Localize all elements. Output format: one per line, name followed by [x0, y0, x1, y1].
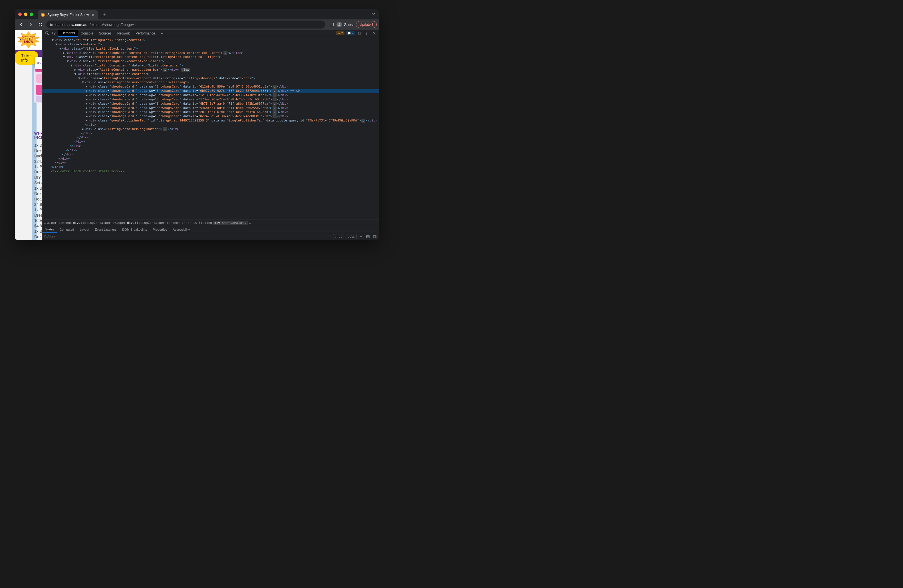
devtools-tab-elements[interactable]: Elements	[58, 30, 78, 37]
dom-node[interactable]: ▶<div class="googlePublisherTag " id="di…	[42, 119, 379, 123]
dom-node[interactable]: ▶<div class="showbagsCard " data-wg="Sho…	[42, 97, 379, 102]
devtools-menu-button[interactable]	[363, 30, 370, 36]
back-button[interactable]	[17, 20, 25, 28]
cls-toggle[interactable]: .cls	[346, 234, 357, 239]
dom-node[interactable]: </div>	[42, 148, 379, 152]
devtools-close-button[interactable]	[371, 30, 377, 36]
dom-node[interactable]: ▶<div class="listingContainer-navigation…	[42, 68, 379, 72]
svg-point-4	[372, 23, 373, 24]
dom-node[interactable]: <!--Footer Block content starts here-->	[42, 169, 379, 174]
styles-tab-layout[interactable]: Layout	[77, 226, 92, 233]
dom-node[interactable]: </div>	[42, 140, 379, 144]
crumb-overflow[interactable]: …	[249, 221, 251, 225]
dom-node[interactable]: ▶<div class="showbagsCard " data-wg="Sho…	[42, 106, 379, 110]
minimize-window-button[interactable]	[24, 13, 27, 16]
dom-node[interactable]: ▼<div class="listingContainer-content-in…	[42, 80, 379, 85]
crumb[interactable]: div.listingContainer-content-inner.is-li…	[127, 221, 212, 225]
tabs-overflow-button[interactable]	[371, 12, 376, 17]
showbags-card[interactable]: Barbie Dreamtopia $32.00 Stand Numbers: …	[32, 64, 36, 240]
dom-node[interactable]: ▼<div class="filterListingBlock-listing-…	[42, 38, 379, 42]
svg-point-5	[372, 24, 373, 25]
dom-node[interactable]: ▶<div class="showbagsCard " data-wg="Sho…	[42, 93, 379, 97]
devtools-tab-console[interactable]: Console	[78, 30, 96, 37]
dom-node[interactable]: ▶<div class="showbagsCard " data-wg="Sho…	[42, 85, 379, 89]
whats-included-heading: WHAT'S INCLUDED	[34, 131, 42, 140]
devtools-panel: ElementsConsoleSourcesNetworkPerformance…	[42, 30, 379, 240]
svg-point-13	[367, 33, 367, 34]
dom-node[interactable]: ▶<div class="showbagsCard " data-wg="Sho…	[42, 110, 379, 114]
update-button[interactable]: Update	[356, 21, 377, 28]
dom-node[interactable]: </div>	[42, 161, 379, 165]
more-tabs-button[interactable]	[159, 30, 165, 36]
dom-node[interactable]: </div>	[42, 144, 379, 148]
styles-tab-properties[interactable]: Properties	[150, 226, 170, 233]
profile-button[interactable]: Guest	[337, 22, 354, 27]
close-window-button[interactable]	[18, 13, 22, 16]
page-header: Sydney Royal EASTER SHOW	[15, 30, 42, 50]
crumb-overflow[interactable]: …	[44, 221, 46, 225]
computed-toggle-icon[interactable]	[365, 234, 370, 239]
hov-toggle[interactable]: :hov	[333, 234, 344, 239]
dom-node[interactable]: </div>	[42, 123, 379, 127]
new-tab-button[interactable]	[100, 11, 108, 19]
panel-toggle-icon[interactable]	[329, 22, 334, 27]
crumb[interactable]: ainer-content	[47, 221, 72, 225]
breadcrumb-trail[interactable]: …ainer-contentdiv.listingContainer-wrapp…	[42, 220, 379, 226]
devtools-tab-performance[interactable]: Performance	[133, 30, 158, 37]
svg-point-6	[372, 25, 373, 26]
messages-badge[interactable]: 💬 2	[346, 31, 355, 35]
svg-rect-15	[367, 235, 369, 238]
devtools-tab-sources[interactable]: Sources	[96, 30, 115, 37]
elements-dom-tree[interactable]: ▼<div class="filterListingBlock-listing-…	[42, 37, 379, 220]
browser-tab[interactable]: Sydney Royal Easter Show	[38, 10, 98, 19]
devtools-tab-network[interactable]: Network	[115, 30, 133, 37]
devtools-tabs: ElementsConsoleSourcesNetworkPerformance	[58, 30, 158, 37]
dom-node[interactable]: </div>	[42, 135, 379, 140]
styles-tab-computed[interactable]: Computed	[57, 226, 77, 233]
close-tab-button[interactable]	[91, 13, 95, 17]
address-bar[interactable]: eastershow.com.au/explore/showbags/?page…	[46, 20, 325, 28]
lock-icon	[50, 22, 53, 27]
dom-node[interactable]: </div>	[42, 132, 379, 136]
dom-node[interactable]: ▼<div class="container">	[42, 42, 379, 47]
page-viewport: Sydney Royal EASTER SHOW 6–17 April 2023…	[15, 30, 42, 240]
device-toggle-button[interactable]	[51, 30, 57, 36]
favicon-icon	[41, 13, 45, 17]
dom-node[interactable]: ▼<div class="listingContainer-content">	[42, 72, 379, 77]
styles-tab-event-listeners[interactable]: Event Listeners	[92, 226, 120, 233]
maximize-window-button[interactable]	[30, 13, 33, 16]
dom-node[interactable]: ▶<aside class="filterListingBlock-conten…	[42, 51, 379, 55]
url-path: /explore/showbags/?page=1	[90, 22, 136, 27]
dom-node[interactable]: ▶<div class="showbagsCard " data-wg="Sho…	[42, 102, 379, 106]
dom-node[interactable]: </main>	[42, 165, 379, 169]
styles-filter-input[interactable]	[44, 235, 333, 238]
dom-node[interactable]: ▼<div class="filterListingBlock-content-…	[42, 59, 379, 64]
styles-tab-styles[interactable]: Styles	[42, 226, 57, 233]
dom-node[interactable]: ▼<div class="filterListingBlock-content"…	[42, 47, 379, 51]
inspect-element-button[interactable]	[44, 30, 50, 36]
dom-node[interactable]: ▶<div class="listingContainer-pagination…	[42, 127, 379, 132]
styles-tab-accessibility[interactable]: Accessibility	[170, 226, 193, 233]
forward-button[interactable]	[27, 20, 35, 28]
included-item: 1x Barbie Dreamtopia Skirt $12.95	[34, 229, 42, 240]
included-item: 1x Barbie Dreamtopia Headband $4.95	[34, 186, 42, 207]
dom-node[interactable]: ▶<div class="showbagsCard " data-wg="Sho…	[42, 114, 379, 119]
dom-node[interactable]: ▼<div class="filterListingBlock-content-…	[42, 55, 379, 59]
warnings-badge[interactable]: ▲ 2	[336, 31, 345, 35]
styles-tab-dom-breakpoints[interactable]: DOM Breakpoints	[119, 226, 150, 233]
dom-node[interactable]: </div>	[42, 157, 379, 161]
dom-node[interactable]: </div>	[42, 152, 379, 157]
dom-node[interactable]: ▼<div class="listingContainer " data-wg=…	[42, 64, 379, 68]
crumb[interactable]: div.listingContainer-wrapper	[73, 221, 126, 225]
svg-point-3	[338, 24, 340, 25]
reload-button[interactable]	[36, 20, 44, 28]
page-body[interactable]: Barbie Dreamtopia $32.00 Stand Numbers: …	[15, 61, 42, 240]
crumb-active[interactable]: div.showbagsCard.	[213, 221, 248, 225]
site-logo[interactable]: Sydney Royal EASTER SHOW	[16, 31, 41, 49]
sidebar-toggle-icon[interactable]	[372, 234, 377, 239]
new-style-rule-button[interactable]	[359, 234, 363, 239]
dom-node[interactable]: ▶<div class="showbagsCard " data-wg="Sho…	[42, 89, 379, 93]
svg-rect-2	[330, 23, 334, 26]
devtools-settings-button[interactable]	[356, 30, 362, 36]
dom-node[interactable]: ▼<div class="listingContainer-wrapper" d…	[42, 77, 379, 81]
